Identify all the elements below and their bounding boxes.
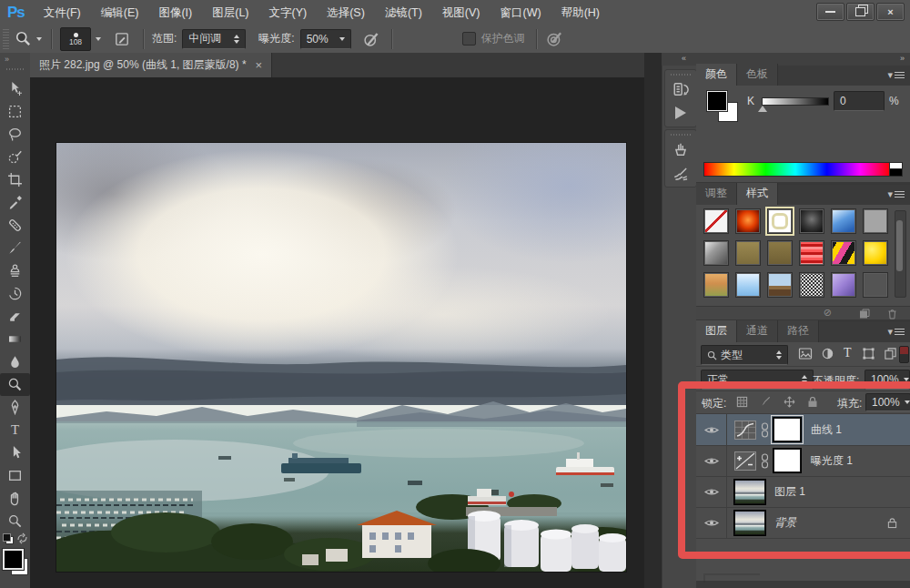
rectangle-tool[interactable] xyxy=(0,464,30,487)
menu-type[interactable]: 文字(Y) xyxy=(259,1,318,25)
toolbar-collapse-header[interactable]: » xyxy=(0,53,30,77)
filter-image-layers-icon[interactable] xyxy=(798,347,813,360)
dodge-tool[interactable] xyxy=(0,373,30,396)
hand-tool[interactable] xyxy=(0,487,30,510)
style-swatch[interactable] xyxy=(799,208,824,234)
menu-layer[interactable]: 图层(L) xyxy=(202,1,258,25)
menu-select[interactable]: 选择(S) xyxy=(317,1,375,25)
color-spectrum-ramp[interactable] xyxy=(703,162,891,177)
history-panel-icon[interactable] xyxy=(665,77,696,101)
default-swap-colors[interactable] xyxy=(0,532,30,547)
menu-image[interactable]: 图像(I) xyxy=(148,1,202,25)
document-tab[interactable]: 照片 282.jpg @ 50% (曲线 1, 图层蒙版/8) * × xyxy=(30,53,272,77)
protect-tones-checkbox[interactable]: 保护色调 xyxy=(462,31,525,46)
brush-preset-picker[interactable]: 108 xyxy=(60,27,101,51)
photo-document[interactable] xyxy=(56,143,626,572)
clone-stamp-tool[interactable] xyxy=(0,259,30,282)
filter-adjustment-layers-icon[interactable] xyxy=(821,347,834,360)
tab-adjustments[interactable]: 调整 xyxy=(696,183,737,205)
style-swatch[interactable] xyxy=(863,272,888,298)
menu-file[interactable]: 文件(F) xyxy=(34,1,91,25)
panel-menu-button[interactable]: ▾ xyxy=(887,326,905,338)
style-swatch[interactable] xyxy=(863,240,888,266)
layer-filter-select[interactable]: 类型 xyxy=(701,345,788,365)
style-swatch[interactable] xyxy=(831,208,856,234)
spectrum-black-swatch[interactable] xyxy=(889,168,903,177)
path-selection-tool[interactable] xyxy=(0,441,30,464)
k-slider[interactable] xyxy=(762,97,829,106)
blur-tool[interactable] xyxy=(0,350,30,373)
style-swatch[interactable] xyxy=(703,272,729,298)
style-swatch[interactable] xyxy=(831,272,856,298)
restore-button[interactable] xyxy=(846,3,875,21)
clone-source-panel-icon[interactable] xyxy=(665,161,696,185)
eraser-tool[interactable] xyxy=(0,305,30,328)
menu-help[interactable]: 帮助(H) xyxy=(551,1,610,25)
move-tool[interactable] xyxy=(0,77,30,100)
tab-channels[interactable]: 通道 xyxy=(737,320,778,342)
style-swatch[interactable] xyxy=(863,208,888,234)
style-swatch[interactable] xyxy=(799,272,824,298)
airbrush-toggle-button[interactable] xyxy=(362,30,380,48)
menu-window[interactable]: 窗口(W) xyxy=(490,1,551,25)
layer-filter-toggle[interactable] xyxy=(899,346,909,363)
tool-presets-panel-icon[interactable] xyxy=(665,137,696,161)
style-swatch[interactable] xyxy=(767,272,793,298)
new-style-icon[interactable] xyxy=(859,309,870,319)
tab-color[interactable]: 颜色 xyxy=(696,64,737,86)
layers-footer-icons[interactable] xyxy=(703,573,760,583)
tab-layers[interactable]: 图层 xyxy=(696,320,737,342)
toggle-brush-panel-button[interactable] xyxy=(114,31,130,47)
style-swatch[interactable] xyxy=(735,272,761,298)
k-slider-handle[interactable] xyxy=(758,106,767,112)
tab-swatches[interactable]: 色板 xyxy=(737,64,778,86)
foreground-color-swatch[interactable] xyxy=(3,549,24,570)
panel-menu-button[interactable]: ▾ xyxy=(887,188,905,200)
style-swatch[interactable] xyxy=(735,208,761,234)
airbrush-pressure-button[interactable] xyxy=(545,30,563,48)
tab-close-icon[interactable]: × xyxy=(256,58,263,72)
actions-panel-icon[interactable] xyxy=(665,101,696,125)
options-drag-handle[interactable] xyxy=(3,29,9,49)
rectangular-marquee-tool[interactable] xyxy=(0,100,30,123)
menu-view[interactable]: 视图(V) xyxy=(432,1,490,25)
menu-edit[interactable]: 编辑(E) xyxy=(91,1,149,25)
crop-tool[interactable] xyxy=(0,168,30,191)
clear-style-icon[interactable]: ⊘ xyxy=(824,307,832,319)
style-swatch-selected[interactable] xyxy=(767,208,793,234)
type-tool[interactable]: T xyxy=(0,419,30,441)
tool-preset-picker[interactable] xyxy=(13,30,44,47)
style-swatch-none[interactable] xyxy=(703,208,729,234)
tab-paths[interactable]: 路径 xyxy=(778,320,819,342)
spot-healing-brush-tool[interactable] xyxy=(0,214,30,237)
style-swatch[interactable] xyxy=(799,240,824,266)
style-swatch[interactable] xyxy=(831,240,856,266)
eyedropper-tool[interactable] xyxy=(0,191,30,214)
style-swatch[interactable] xyxy=(767,240,793,266)
delete-style-icon[interactable] xyxy=(887,309,897,319)
close-button[interactable]: × xyxy=(876,3,905,21)
quick-selection-tool[interactable] xyxy=(0,146,30,168)
style-swatch[interactable] xyxy=(703,240,729,266)
foreground-color-swatch[interactable] xyxy=(707,91,727,111)
brush-tool[interactable] xyxy=(0,237,30,259)
collapse-left-icon[interactable]: « xyxy=(682,54,686,63)
exposure-input[interactable]: 50% xyxy=(300,29,351,49)
range-select[interactable]: 中间调 xyxy=(182,29,246,49)
gradient-tool[interactable] xyxy=(0,328,30,350)
canvas-area[interactable] xyxy=(30,77,644,588)
filter-shape-layers-icon[interactable] xyxy=(862,347,875,360)
scrollbar-thumb[interactable] xyxy=(896,220,903,271)
filter-smart-objects-icon[interactable] xyxy=(884,347,897,360)
panel-menu-button[interactable]: ▾ xyxy=(887,69,905,81)
minimize-button[interactable] xyxy=(816,3,844,21)
foreground-background-swatches[interactable] xyxy=(0,547,30,578)
lasso-tool[interactable] xyxy=(0,123,30,146)
filter-type-layers-icon[interactable]: T xyxy=(844,346,852,360)
history-brush-tool[interactable] xyxy=(0,282,30,305)
styles-scrollbar[interactable] xyxy=(895,210,906,298)
pen-tool[interactable] xyxy=(0,396,30,419)
zoom-tool[interactable] xyxy=(0,510,30,532)
collapse-right-icon[interactable]: » xyxy=(900,54,905,63)
menu-filter[interactable]: 滤镜(T) xyxy=(375,1,432,25)
